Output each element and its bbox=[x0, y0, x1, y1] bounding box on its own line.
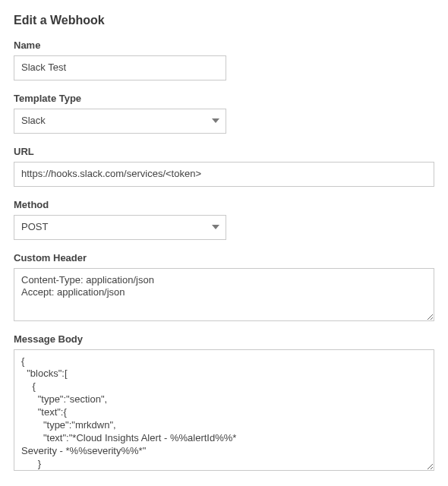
message-body-label: Message Body bbox=[14, 333, 434, 345]
field-name: Name bbox=[14, 39, 434, 80]
page-title: Edit a Webhook bbox=[14, 14, 434, 27]
field-custom-header: Custom Header bbox=[14, 252, 434, 321]
url-input[interactable] bbox=[14, 162, 434, 187]
field-method: Method bbox=[14, 199, 434, 240]
custom-header-textarea[interactable] bbox=[14, 268, 434, 321]
url-label: URL bbox=[14, 146, 434, 157]
template-type-select[interactable] bbox=[14, 109, 226, 134]
name-input[interactable] bbox=[14, 55, 226, 80]
method-label: Method bbox=[14, 199, 434, 210]
message-body-textarea[interactable] bbox=[14, 349, 434, 471]
template-type-label: Template Type bbox=[14, 93, 434, 104]
field-template-type: Template Type bbox=[14, 93, 434, 134]
name-label: Name bbox=[14, 39, 434, 51]
custom-header-label: Custom Header bbox=[14, 252, 434, 264]
method-select[interactable] bbox=[14, 215, 226, 240]
field-url: URL bbox=[14, 146, 434, 187]
field-message-body: Message Body bbox=[14, 333, 434, 471]
